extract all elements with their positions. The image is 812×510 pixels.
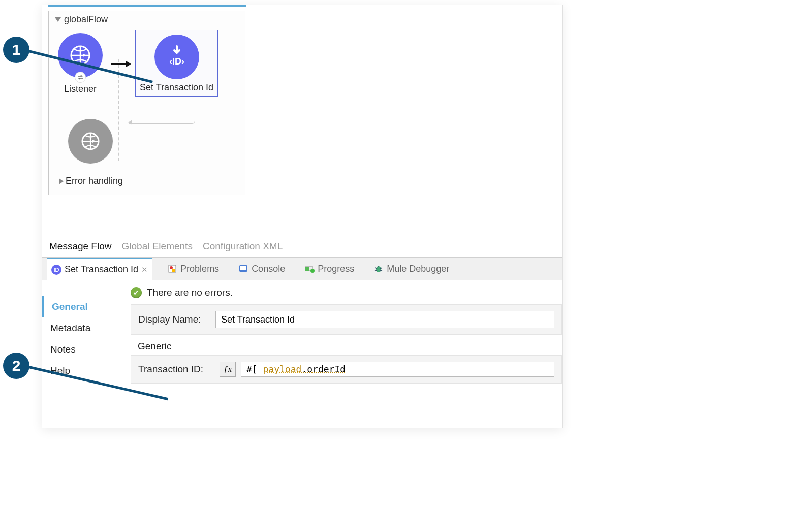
tab-mule-debugger[interactable]: Mule Debugger [369, 258, 453, 280]
fx-button[interactable]: ƒx [220, 362, 236, 377]
svg-point-10 [310, 269, 315, 273]
bug-icon [373, 264, 384, 274]
generic-section-label: Generic [138, 341, 562, 352]
error-handling-section[interactable]: Error handling [53, 169, 241, 189]
svg-text:‹ID›: ‹ID› [169, 56, 184, 67]
transaction-id-input[interactable]: #[ payload.orderId [241, 362, 554, 377]
return-connector [129, 78, 195, 124]
flow-container: globalFlow Listener [48, 11, 245, 195]
tab-console[interactable]: Console [234, 258, 289, 280]
main-panel: globalFlow Listener [42, 5, 563, 428]
return-arrow-icon [128, 120, 132, 125]
bottom-panel: ID Set Transaction Id ✕ Problems Console [42, 257, 562, 384]
callout-badge-2: 2 [3, 353, 29, 379]
svg-rect-9 [305, 267, 309, 271]
callout-badge-1: 1 [3, 37, 29, 63]
expand-icon[interactable] [59, 178, 64, 184]
status-row: ✔ There are no errors. [131, 286, 562, 304]
globe-arrow-gray-icon [78, 129, 103, 153]
flow-row-response [53, 99, 241, 169]
transaction-id-label: Transaction ID: [138, 364, 214, 375]
down-id-icon: ‹ID› [163, 43, 191, 71]
svg-rect-5 [172, 269, 175, 272]
exchange-badge-icon [75, 72, 86, 83]
transaction-id-group: Transaction ID: ƒx #[ payload.orderId [131, 355, 562, 384]
display-name-input[interactable] [215, 311, 554, 328]
flow-header[interactable]: globalFlow [53, 13, 241, 29]
top-border-accent [48, 5, 246, 7]
tab-global-elements[interactable]: Global Elements [122, 241, 193, 252]
svg-rect-7 [240, 266, 246, 270]
expr-payload: payload [263, 364, 302, 374]
status-text: There are no errors. [147, 287, 233, 298]
expr-rest: .orderId [301, 364, 346, 374]
console-icon [238, 264, 248, 274]
error-handling-label: Error handling [66, 176, 123, 186]
tab-progress-label: Progress [318, 264, 354, 274]
listener-icon-circle [58, 33, 103, 78]
tab-problems[interactable]: Problems [163, 258, 223, 280]
response-node[interactable] [68, 119, 113, 164]
tab-configuration-xml[interactable]: Configuration XML [203, 241, 283, 252]
close-icon[interactable]: ✕ [141, 265, 148, 274]
response-icon-circle [68, 119, 113, 164]
id-badge-icon: ID [51, 265, 61, 275]
settx-icon-circle: ‹ID› [154, 35, 199, 79]
tab-debugger-label: Mule Debugger [387, 264, 449, 274]
display-name-label: Display Name: [138, 314, 209, 325]
progress-icon [304, 264, 315, 274]
tab-message-flow[interactable]: Message Flow [49, 241, 112, 252]
properties-content: ✔ There are no errors. Display Name: Gen… [123, 280, 562, 384]
collapse-icon[interactable] [55, 17, 61, 22]
sidenav-notes[interactable]: Notes [42, 339, 123, 360]
flow-name: globalFlow [64, 14, 108, 25]
tab-problems-label: Problems [180, 264, 219, 274]
properties-area: General Metadata Notes Help ✔ There are … [42, 280, 562, 384]
bottom-tab-bar: ID Set Transaction Id ✕ Problems Console [42, 258, 562, 280]
listener-label: Listener [64, 84, 97, 94]
editor-view-tabs: Message Flow Global Elements Configurati… [42, 236, 562, 257]
tab-settx-label: Set Transaction Id [65, 264, 138, 275]
flow-arrow [111, 61, 131, 67]
tab-console-label: Console [252, 264, 285, 274]
properties-sidenav: General Metadata Notes Help [42, 280, 123, 384]
tab-set-transaction-id[interactable]: ID Set Transaction Id ✕ [47, 258, 152, 280]
sidenav-metadata[interactable]: Metadata [42, 317, 123, 339]
sidenav-general[interactable]: General [42, 296, 123, 317]
problems-icon [167, 264, 177, 274]
tab-progress[interactable]: Progress [300, 258, 358, 280]
check-icon: ✔ [131, 287, 142, 298]
expr-prefix: #[ [246, 364, 263, 374]
display-name-group: Display Name: [131, 304, 562, 335]
